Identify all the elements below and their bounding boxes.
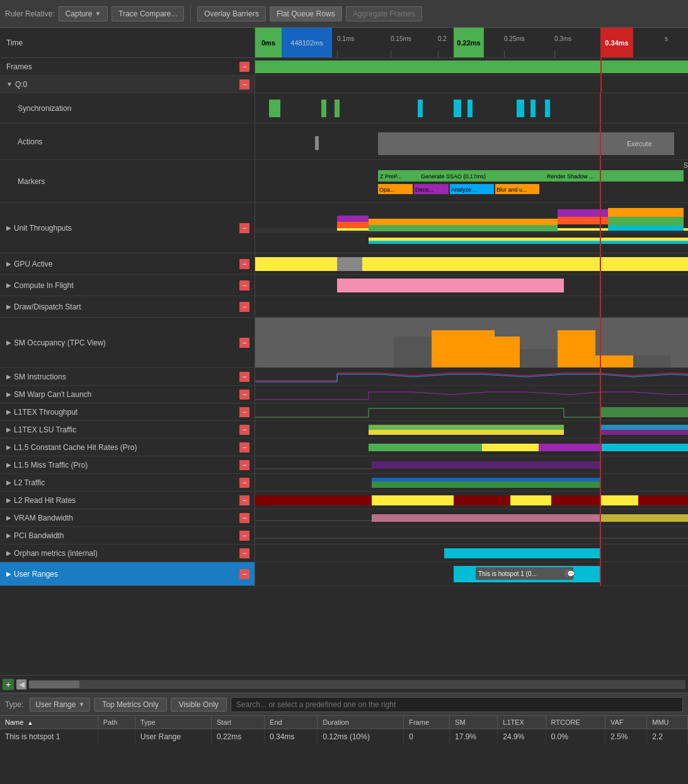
- l1tex-throughput-svg: [255, 403, 688, 420]
- top-metrics-only-button[interactable]: Top Metrics Only: [94, 698, 166, 712]
- time-row-label: Time: [0, 28, 255, 57]
- cell-type: User Range: [135, 729, 211, 745]
- col-frame[interactable]: Frame: [404, 716, 450, 729]
- svg-rect-3: [418, 100, 423, 117]
- markers-label-cell: Markers: [0, 160, 255, 202]
- svg-text:Generate SSAO (0.17ms): Generate SSAO (0.17ms): [421, 173, 486, 180]
- queue-label: Q:0: [15, 80, 27, 89]
- trace-compare-button[interactable]: Trace Compare...: [112, 6, 184, 21]
- queue-triangle-icon: ▼: [6, 81, 13, 88]
- user-ranges-collapse-btn[interactable]: −: [239, 569, 249, 579]
- scroll-left-button[interactable]: ◀: [16, 679, 26, 689]
- aggregate-frames-button[interactable]: Aggregate Frames: [346, 6, 422, 21]
- svg-rect-68: [369, 425, 564, 430]
- svg-rect-56: [558, 330, 595, 367]
- sm-warp-collapse-btn[interactable]: −: [239, 389, 249, 400]
- user-ranges-triangle-icon: ▶: [6, 570, 11, 577]
- l1tex-lsu-row: ▶ L1TEX LSU Traffic −: [0, 421, 688, 439]
- l2-read-collapse-btn[interactable]: −: [239, 495, 249, 505]
- cell-start: 0.22ms: [211, 729, 264, 745]
- sm-occ-triangle-icon: ▶: [6, 339, 11, 346]
- l15-const-collapse-btn[interactable]: −: [239, 442, 249, 453]
- vram-label: VRAM Bandwidth: [14, 514, 73, 522]
- l2-traffic-collapse-btn[interactable]: −: [239, 478, 249, 488]
- orphan-triangle-icon: ▶: [6, 550, 11, 556]
- l15-miss-label: L1.5 Miss Traffic (Pro): [14, 461, 88, 470]
- unit-collapse-btn[interactable]: −: [239, 223, 249, 233]
- type-value: User Range: [35, 700, 76, 709]
- vram-svg: [255, 509, 688, 526]
- col-path[interactable]: Path: [98, 716, 135, 729]
- col-mmu[interactable]: MMU: [647, 716, 688, 729]
- l2-traffic-row: ▶ L2 Traffic −: [0, 474, 688, 492]
- markers-label: Markers: [18, 177, 45, 186]
- l2-traffic-label: L2 Traffic: [14, 478, 45, 487]
- col-duration[interactable]: Duration: [318, 716, 404, 729]
- ruler-dropdown[interactable]: Capture ▼: [59, 6, 108, 21]
- frames-content: [255, 58, 688, 75]
- svg-rect-52: [394, 337, 432, 367]
- col-vaf[interactable]: VAF: [605, 716, 647, 729]
- compute-triangle-icon: ▶: [6, 282, 11, 289]
- metrics-table: Name ▲ Path Type Start End Duration Fram…: [0, 716, 688, 744]
- l1tex-throughput-collapse-btn[interactable]: −: [239, 407, 249, 417]
- l1tex-lsu-svg: [255, 421, 688, 438]
- col-type[interactable]: Type: [135, 716, 211, 729]
- overlay-barriers-button[interactable]: Overlay Barriers: [197, 6, 266, 21]
- col-l1tex[interactable]: L1TEX: [498, 716, 546, 729]
- unit-row: ▶ Unit Throughputs −: [0, 203, 688, 253]
- svg-rect-93: [600, 514, 688, 522]
- col-end[interactable]: End: [265, 716, 318, 729]
- pci-collapse-btn[interactable]: −: [239, 531, 249, 541]
- actions-label: Actions: [18, 137, 42, 146]
- sm-instructions-label-cell: ▶ SM Instructions −: [0, 368, 255, 385]
- draw-svg: [255, 296, 688, 317]
- vram-collapse-btn[interactable]: −: [239, 513, 249, 523]
- add-row-button[interactable]: +: [3, 679, 14, 690]
- metrics-search-input[interactable]: [231, 697, 683, 712]
- sm-instructions-label: SM Instructions: [14, 372, 66, 381]
- cell-frame: 0: [404, 729, 450, 745]
- queue-collapse-btn[interactable]: −: [239, 79, 249, 89]
- gpu-active-content: [255, 253, 688, 274]
- scrollbar-thumb[interactable]: [29, 681, 79, 688]
- l1tex-lsu-content: [255, 421, 688, 438]
- ruler-448ms-highlight: 448102ms: [282, 28, 332, 58]
- type-dropdown[interactable]: User Range ▼: [30, 698, 90, 712]
- svg-text:Z PreP...: Z PreP...: [380, 173, 401, 180]
- ruler-034ms-highlight: 0.34ms: [600, 28, 633, 58]
- col-sm[interactable]: SM: [450, 716, 498, 729]
- ruler-022ms-highlight: 0.22ms: [454, 28, 484, 58]
- ruler-value: Capture: [66, 9, 93, 18]
- horizontal-scrollbar[interactable]: [29, 680, 685, 689]
- sm-occ-collapse-btn[interactable]: −: [239, 338, 249, 348]
- draw-triangle-icon: ▶: [6, 303, 11, 310]
- l1tex-lsu-collapse-btn[interactable]: −: [239, 425, 249, 435]
- frames-collapse-btn[interactable]: −: [239, 62, 249, 72]
- l1tex-throughput-content: [255, 403, 688, 420]
- svg-rect-86: [510, 495, 551, 505]
- svg-rect-6: [517, 100, 524, 117]
- draw-row: ▶ Draw/Dispatch Start −: [0, 296, 688, 318]
- svg-rect-34: [369, 225, 558, 231]
- svg-rect-54: [633, 355, 671, 367]
- col-start[interactable]: Start: [211, 716, 264, 729]
- svg-rect-99: [558, 548, 600, 558]
- col-name[interactable]: Name ▲: [0, 716, 98, 729]
- l1tex-tp-triangle-icon: ▶: [6, 408, 11, 415]
- visible-only-button[interactable]: Visible Only: [171, 698, 227, 712]
- svg-rect-32: [337, 216, 369, 222]
- orphan-collapse-btn[interactable]: −: [239, 548, 249, 558]
- draw-label: Draw/Dispatch Start: [14, 303, 81, 311]
- gpu-active-collapse-btn[interactable]: −: [239, 259, 249, 269]
- orphan-svg: [255, 545, 688, 562]
- draw-collapse-btn[interactable]: −: [239, 302, 249, 312]
- vram-row: ▶ VRAM Bandwidth −: [0, 509, 688, 527]
- l15-miss-triangle-icon: ▶: [6, 461, 11, 468]
- orphan-content: [255, 545, 688, 562]
- compute-collapse-btn[interactable]: −: [239, 280, 249, 291]
- sm-instructions-collapse-btn[interactable]: −: [239, 372, 249, 382]
- l15-miss-collapse-btn[interactable]: −: [239, 460, 249, 470]
- flat-queue-rows-button[interactable]: Flat Queue Rows: [270, 6, 342, 21]
- col-rtcore[interactable]: RTCORE: [546, 716, 605, 729]
